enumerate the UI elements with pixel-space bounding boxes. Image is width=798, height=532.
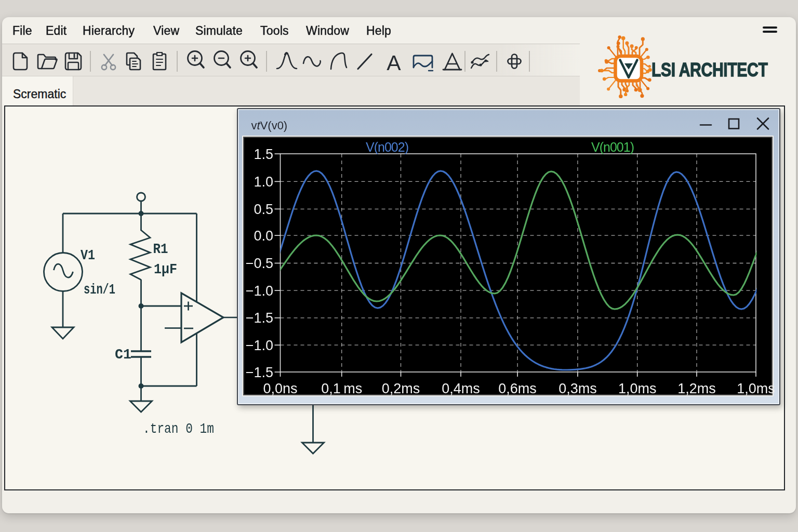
- svg-text:V(n001): V(n001): [591, 140, 634, 154]
- svg-text:V(n002): V(n002): [366, 140, 408, 154]
- svg-text:1.5: 1.5: [254, 147, 273, 162]
- svg-text:−1.5: −1.5: [245, 365, 273, 380]
- svg-text:A: A: [387, 51, 401, 75]
- svg-text:−1.5: −1.5: [245, 310, 273, 326]
- svg-text:0,1 ms: 0,1 ms: [321, 381, 362, 396]
- svg-text:0,3ms: 0,3ms: [558, 381, 597, 396]
- svg-text:0,0ns: 0,0ns: [263, 381, 297, 396]
- svg-text:1.0: 1.0: [254, 174, 273, 190]
- svg-text:sin/1: sin/1: [84, 282, 115, 298]
- svg-text:0,6ms: 0,6ms: [498, 381, 537, 396]
- svg-text:R1: R1: [153, 241, 168, 257]
- svg-text:.tran 0 1m: .tran 0 1m: [143, 421, 214, 437]
- svg-text:1µF: 1µF: [154, 261, 177, 277]
- svg-text:1,0ms: 1,0ms: [618, 381, 656, 396]
- svg-text:−1.0: −1.0: [245, 338, 273, 353]
- svg-text:1,2ms: 1,2ms: [677, 381, 716, 396]
- svg-text:0.5: 0.5: [254, 202, 273, 217]
- svg-text:1,0ms: 1,0ms: [737, 381, 775, 396]
- svg-text:C1: C1: [115, 347, 131, 363]
- svg-text:0,2ms: 0,2ms: [381, 381, 420, 396]
- svg-text:−1.0: −1.0: [245, 283, 273, 299]
- svg-text:0,4ms: 0,4ms: [442, 381, 480, 396]
- svg-text:0.0: 0.0: [254, 228, 273, 244]
- svg-text:−0.5: −0.5: [245, 256, 273, 271]
- svg-text:V1: V1: [81, 247, 95, 263]
